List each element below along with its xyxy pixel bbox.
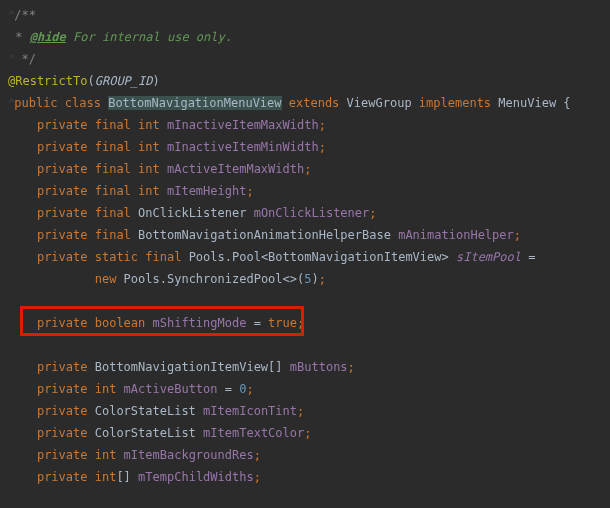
code-line: * @hide For internal use only. xyxy=(4,26,610,48)
code-line: private final int mInactiveItemMinWidth; xyxy=(4,136,610,158)
code-line: private ColorStateList mItemIconTint; xyxy=(4,400,610,422)
code-line: private final int mItemHeight; xyxy=(4,180,610,202)
code-line: private final OnClickListener mOnClickLi… xyxy=(4,202,610,224)
code-line: ⌃/** xyxy=(4,4,610,26)
blank-line xyxy=(4,334,610,356)
code-line: private final int mInactiveItemMaxWidth; xyxy=(4,114,610,136)
code-line: ⌃ */ xyxy=(4,48,610,70)
code-line: ⌃public class BottomNavigationMenuView e… xyxy=(4,92,610,114)
code-line: private int mActiveButton = 0; xyxy=(4,378,610,400)
code-line: private BottomNavigationItemView[] mButt… xyxy=(4,356,610,378)
blank-line xyxy=(4,290,610,312)
code-line: private ColorStateList mItemTextColor; xyxy=(4,422,610,444)
code-line: private static final Pools.Pool<BottomNa… xyxy=(4,246,610,268)
code-line: private int mItemBackgroundRes; xyxy=(4,444,610,466)
code-line: @RestrictTo(GROUP_ID) xyxy=(4,70,610,92)
code-line: private int[] mTempChildWidths; xyxy=(4,466,610,488)
code-line-highlighted: private boolean mShiftingMode = true; xyxy=(4,312,610,334)
code-line: private final BottomNavigationAnimationH… xyxy=(4,224,610,246)
code-line: private final int mActiveItemMaxWidth; xyxy=(4,158,610,180)
code-editor[interactable]: ⌃/** * @hide For internal use only. ⌃ */… xyxy=(4,4,610,488)
code-line: new Pools.SynchronizedPool<>(5); xyxy=(4,268,610,290)
